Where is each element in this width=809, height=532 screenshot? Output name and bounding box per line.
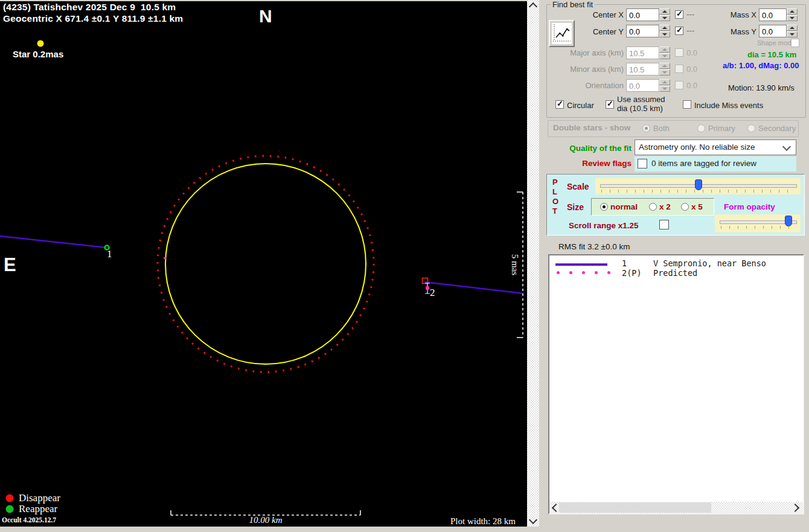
- plot-controls-panel: P L O T Scale Size normal x 2 x 5 Form o…: [546, 174, 805, 236]
- run-fit-button[interactable]: [549, 20, 575, 47]
- predicted-dot-sample: [582, 271, 585, 274]
- mass-y-input[interactable]: [759, 25, 787, 37]
- north-label: N: [259, 6, 272, 27]
- size-x2-radio[interactable]: [649, 203, 657, 211]
- plot-width-label: Plot width: 28 km: [450, 516, 516, 527]
- scroll-down-icon[interactable]: [529, 516, 537, 524]
- minor-axis-sigma: 0.0: [686, 65, 697, 74]
- quality-of-fit-value: Astrometry only. No reliable size: [639, 143, 755, 152]
- axis-ratio-label: a/b: 1.00, dMag: 0.00: [723, 61, 799, 70]
- orientation-fit-checkbox: [675, 81, 683, 89]
- orientation-input: [626, 79, 659, 92]
- mas-scalebar-label: 5 mas: [510, 241, 520, 289]
- center-x-fit-checkbox[interactable]: [675, 10, 683, 19]
- review-flags-checkbox[interactable]: [638, 159, 647, 168]
- scale-slider[interactable]: [595, 178, 801, 194]
- plot-letter-l: L: [552, 187, 557, 196]
- window-border-top: [0, 0, 527, 1]
- circular-checkbox[interactable]: [555, 100, 564, 109]
- minor-axis-input: [626, 63, 659, 75]
- occultation-plot[interactable]: (4235) Tatishchev 2025 Dec 9 10.5 km Geo…: [0, 1, 527, 527]
- diameter-result-label: dia = 10.5 km: [747, 50, 796, 59]
- chord-1-line-sample: [555, 263, 607, 266]
- size-radio-group: normal x 2 x 5: [591, 198, 714, 216]
- scroll-right-icon[interactable]: [791, 504, 799, 512]
- major-axis-input: [626, 46, 659, 59]
- app-version-label: Occult 4.2025.12.7: [2, 516, 56, 524]
- scale-slider-thumb[interactable]: [695, 179, 702, 190]
- scroll-up-icon[interactable]: [529, 2, 537, 11]
- predicted-dot-sample: [607, 271, 610, 274]
- center-x-spinner[interactable]: [659, 8, 670, 21]
- center-x-input[interactable]: [626, 8, 659, 21]
- major-axis-label: Major axis (km): [565, 48, 624, 57]
- asteroid-outline-circle: [165, 164, 366, 364]
- size-normal-radio[interactable]: [600, 203, 608, 211]
- window-border-bottom: [0, 527, 539, 532]
- dropdown-chevron-icon: [782, 143, 791, 151]
- predicted-dot-sample: [595, 271, 598, 274]
- plot-title-line2: Geocentric X 671.4 ±0.1 Y 811.9 ±1.1 km: [3, 13, 183, 24]
- orientation-spinner: [659, 79, 670, 92]
- rms-fit-label: RMS fit 3.2 ±0.0 km: [558, 242, 630, 251]
- plot-letter-t: T: [552, 207, 557, 216]
- circular-label: Circular: [567, 101, 594, 110]
- double-stars-secondary-radio: [747, 124, 755, 132]
- use-assumed-dia-checkbox[interactable]: [606, 100, 614, 109]
- center-y-input[interactable]: [626, 25, 659, 37]
- chord-2-line: [424, 282, 523, 293]
- list-horizontal-scrollbar[interactable]: [549, 502, 803, 513]
- review-flags-box: 0 items are tagged for review: [635, 156, 796, 171]
- size-normal-label: normal: [610, 202, 638, 211]
- orientation-sigma: 0.0: [686, 81, 697, 90]
- plot-title-line1: (4235) Tatishchev 2025 Dec 9 10.5 km: [3, 2, 176, 13]
- center-x-label: Center X: [574, 10, 624, 19]
- double-stars-title: Double stars - show: [553, 123, 630, 132]
- mass-x-label: Mass X: [724, 10, 756, 19]
- east-label: E: [4, 254, 16, 276]
- mass-x-input[interactable]: [759, 8, 787, 21]
- orientation-label: Orientation: [565, 81, 624, 90]
- fit-chart-icon: [552, 23, 572, 44]
- disappear-legend-dot: [6, 495, 14, 502]
- major-axis-sigma: 0.0: [686, 48, 697, 57]
- size-x5-radio[interactable]: [681, 203, 689, 211]
- chord-1-number: 1: [622, 258, 627, 268]
- scroll-range-label: Scroll range x1.25: [569, 221, 639, 230]
- quality-of-fit-dropdown[interactable]: Astrometry only. No reliable size: [635, 139, 796, 155]
- scroll-range-checkbox[interactable]: [659, 220, 669, 229]
- plot-letter-p: P: [552, 178, 558, 187]
- quality-of-fit-label: Quality of the fit: [551, 144, 632, 153]
- review-flags-text: 0 items are tagged for review: [651, 159, 756, 168]
- chords-listbox[interactable]: 1 V Sempronio, near Benso 2(P) Predicted: [548, 254, 804, 514]
- plot-letter-o: O: [552, 197, 558, 206]
- form-opacity-ticks: [721, 226, 796, 229]
- list-scrollbar-thumb[interactable]: [559, 502, 711, 513]
- size-label: Size: [567, 202, 584, 212]
- include-miss-label: Include Miss events: [694, 101, 763, 110]
- shape-model-checkbox[interactable]: [791, 39, 799, 47]
- predicted-edge-tick: [164, 257, 166, 259]
- form-opacity-thumb[interactable]: [785, 216, 792, 226]
- double-stars-group: Double stars - show Both Primary Seconda…: [548, 120, 799, 137]
- star-size-dot: [37, 40, 44, 47]
- form-vertical-scrollbar[interactable]: [527, 0, 539, 527]
- mass-y-spinner[interactable]: [787, 25, 798, 37]
- center-y-sigma-dash: ---: [686, 26, 694, 35]
- double-stars-primary-label: Primary: [708, 124, 735, 133]
- chord-1-line: [0, 236, 106, 248]
- scale-label: Scale: [567, 182, 589, 191]
- chord-2-label: 2: [430, 287, 435, 299]
- form-opacity-slider[interactable]: [715, 214, 801, 232]
- occult-fit-window: (4235) Tatishchev 2025 Dec 9 10.5 km Geo…: [0, 0, 809, 532]
- predicted-dot-sample: [557, 271, 560, 274]
- include-miss-checkbox[interactable]: [683, 100, 691, 109]
- major-axis-spinner: [659, 46, 670, 59]
- center-y-fit-checkbox[interactable]: [675, 27, 683, 35]
- major-axis-fit-checkbox: [675, 48, 683, 57]
- find-best-fit-group: Find best fit Center X --- Mass X Center: [546, 4, 806, 118]
- center-y-spinner[interactable]: [659, 25, 670, 37]
- form-opacity-label: Form opacity: [724, 202, 775, 211]
- mass-x-spinner[interactable]: [787, 8, 798, 21]
- mass-y-label: Mass Y: [724, 27, 756, 36]
